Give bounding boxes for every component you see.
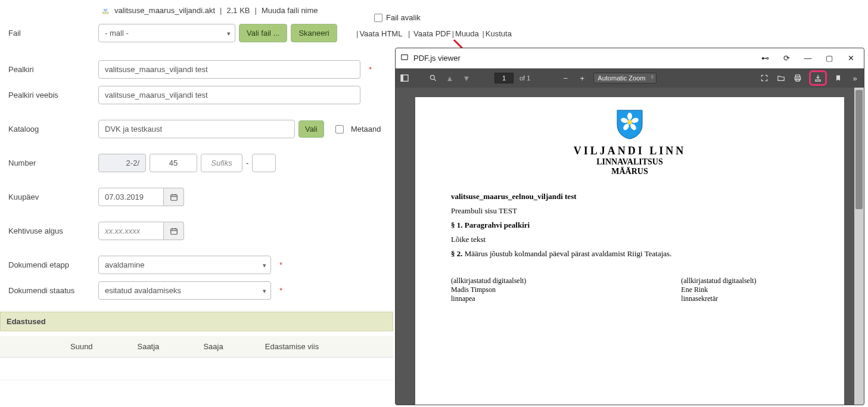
- doc-heading-3: MÄÄRUS: [451, 167, 808, 176]
- open-file-icon[interactable]: [776, 73, 786, 83]
- date-input[interactable]: [98, 188, 164, 206]
- metaand-label: Metaand: [351, 125, 381, 133]
- col-suund: Suund: [66, 336, 132, 358]
- signature-row: (allkirjastatud digitaalselt) Madis Timp…: [451, 276, 808, 303]
- separator: |: [480, 29, 484, 38]
- edit-link[interactable]: Muuda: [455, 29, 479, 38]
- sidebar-toggle-icon[interactable]: [399, 73, 410, 83]
- view-pdf-link[interactable]: Vaata PDF: [413, 29, 451, 38]
- number-extra-input[interactable]: [252, 154, 276, 172]
- number-dash: -: [246, 159, 248, 167]
- zoom-out-icon[interactable]: −: [560, 73, 571, 83]
- section-edastused: Edastused: [0, 312, 393, 331]
- col-saaja: Saaja: [198, 336, 260, 358]
- required-marker: *: [369, 65, 372, 74]
- col-viis: Edastamise viis: [260, 336, 393, 358]
- scrollbar-thumb[interactable]: [855, 90, 863, 209]
- template-select[interactable]: - mall -: [98, 24, 235, 42]
- svg-point-20: [627, 113, 632, 120]
- svg-rect-1: [170, 194, 177, 200]
- window-app-icon: [400, 53, 409, 63]
- scan-button[interactable]: Skaneeri: [291, 24, 337, 42]
- catalog-input[interactable]: [98, 120, 295, 138]
- svg-line-14: [434, 79, 436, 81]
- pdf-toolbar: ▲ ▼ of 1 − + Automatic Zoom »: [396, 69, 864, 88]
- document-form: Fail - mall - Vali fail ... Skaneeri Pea…: [0, 0, 393, 380]
- title-input[interactable]: [98, 60, 360, 79]
- doc-p2-text: Määrus jõustub kolmandal päeval pärast a…: [463, 249, 672, 258]
- document-status-select[interactable]: esitatud avaldamiseks: [98, 281, 271, 300]
- doc-title: valitsuse_maarus_eelnou_viljandi test: [451, 192, 808, 201]
- zoom-select[interactable]: Automatic Zoom: [593, 73, 657, 83]
- window-titlebar: PDF.js viewer ⊷ ⟳ — ▢ ✕: [396, 48, 864, 69]
- pdf-canvas[interactable]: VILJANDI LINN LINNAVALITSUS MÄÄRUS valit…: [396, 88, 864, 405]
- pdf-vertical-scrollbar[interactable]: [854, 88, 864, 405]
- sig1-line3: linnapea: [451, 294, 526, 303]
- label-fail: Fail: [0, 29, 98, 38]
- choose-file-button[interactable]: Vali fail ...: [239, 24, 287, 42]
- view-pdf-link-highlight: | Vaata PDF: [407, 29, 451, 38]
- print-icon[interactable]: [792, 73, 803, 83]
- presentation-icon[interactable]: [759, 73, 770, 83]
- window-maximize-button[interactable]: ▢: [821, 52, 838, 64]
- page-number-input[interactable]: [494, 73, 514, 83]
- download-icon[interactable]: [813, 73, 823, 83]
- catalog-pick-button[interactable]: Vali: [298, 120, 324, 138]
- label-number: Number: [0, 159, 98, 167]
- sig1-line2: Madis Timpson: [451, 285, 526, 294]
- label-pealkiri: Pealkiri: [0, 65, 98, 74]
- separator: |: [452, 29, 454, 38]
- crest-icon: [451, 109, 808, 140]
- page-down-icon[interactable]: ▼: [461, 73, 472, 83]
- window-title: PDF.js viewer: [413, 54, 752, 63]
- number-value-input[interactable]: [150, 154, 197, 172]
- search-icon[interactable]: [428, 73, 438, 83]
- number-prefix-input[interactable]: [98, 154, 146, 172]
- window-close-button[interactable]: ✕: [842, 52, 859, 64]
- signature-left: (allkirjastatud digitaalselt) Madis Timp…: [451, 276, 526, 303]
- svg-point-13: [430, 75, 434, 79]
- separator: |: [408, 29, 410, 38]
- zoom-in-icon[interactable]: +: [577, 73, 587, 83]
- validity-start-input[interactable]: [98, 222, 164, 240]
- validity-date-picker-button[interactable]: [164, 222, 184, 240]
- signature-right: (allkirjastatud digitaalselt) Ene Rink l…: [681, 276, 756, 303]
- pdf-viewer-window: PDF.js viewer ⊷ ⟳ — ▢ ✕ ▲ ▼ of 1 − + Aut…: [395, 48, 864, 405]
- label-dok-etapp: Dokumendi etapp: [0, 260, 98, 269]
- metaand-checkbox[interactable]: [335, 125, 344, 133]
- pdf-page: VILJANDI LINN LINNAVALITSUS MÄÄRUS valit…: [415, 97, 844, 405]
- svg-rect-5: [170, 228, 177, 234]
- label-kehtivuse-algus: Kehtivuse algus: [0, 226, 98, 235]
- sig1-line1: (allkirjastatud digitaalselt): [451, 276, 526, 285]
- download-highlight: [809, 70, 827, 86]
- doc-loike: Lõike tekst: [451, 235, 808, 244]
- doc-heading-2: LINNAVALITSUS: [451, 157, 808, 167]
- edastused-table: Suund Saatja Saaja Edastamise viis: [0, 336, 393, 380]
- label-pealkiri-veebis: Pealkiri veebis: [0, 91, 98, 100]
- window-pin-icon[interactable]: ⊷: [757, 52, 773, 64]
- number-suffix-input[interactable]: [201, 154, 242, 172]
- delete-link[interactable]: Kustuta: [486, 29, 512, 38]
- calendar-icon: [170, 193, 178, 201]
- window-refresh-icon[interactable]: ⟳: [778, 52, 795, 64]
- date-picker-button[interactable]: [164, 188, 184, 206]
- svg-rect-10: [402, 55, 408, 60]
- sig2-line2: Ene Rink: [681, 285, 756, 294]
- sig2-line1: (allkirjastatud digitaalselt): [681, 276, 756, 285]
- doc-paragraph-1: § 1. Paragrahvi pealkiri: [451, 220, 808, 230]
- bookmark-icon[interactable]: [833, 73, 844, 83]
- label-dok-staatus: Dokumendi staatus: [0, 286, 98, 296]
- window-minimize-button[interactable]: —: [799, 52, 816, 64]
- doc-p2-prefix: § 2.: [451, 249, 463, 258]
- label-kataloog: Kataloog: [0, 125, 98, 133]
- tools-menu-icon[interactable]: »: [850, 73, 860, 83]
- document-stage-select[interactable]: avaldamine: [98, 256, 271, 274]
- page-up-icon[interactable]: ▲: [444, 73, 455, 83]
- web-title-input[interactable]: [98, 86, 360, 104]
- required-marker: *: [279, 286, 282, 295]
- label-kuupaev: Kuupäev: [0, 192, 98, 201]
- required-marker: *: [279, 260, 282, 269]
- sig2-line3: linnasekretär: [681, 294, 756, 303]
- svg-rect-18: [816, 80, 820, 81]
- calendar-icon: [170, 227, 178, 235]
